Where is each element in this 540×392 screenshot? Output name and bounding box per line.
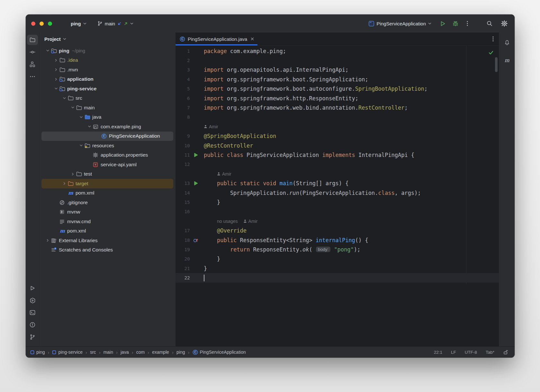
services-tool-button[interactable] <box>27 295 38 305</box>
chevron-right-icon[interactable] <box>52 68 59 71</box>
tree-row[interactable]: Scratches and Consoles <box>41 245 173 255</box>
project-tool-button[interactable] <box>27 35 38 45</box>
chevron-down-icon[interactable] <box>69 106 76 109</box>
more-actions-icon[interactable] <box>466 21 468 26</box>
chevron-down-icon[interactable] <box>44 49 51 52</box>
chevron-right-icon[interactable] <box>61 182 68 185</box>
zoom-button[interactable] <box>48 22 52 26</box>
run-line-icon[interactable] <box>190 181 201 186</box>
breadcrumb-item[interactable]: com <box>136 350 145 355</box>
run-configuration-widget[interactable]: PingServiceApplication <box>368 21 431 27</box>
run-line-icon[interactable] <box>190 153 201 157</box>
tree-row[interactable]: mvnw <box>41 207 173 217</box>
code-line[interactable]: 19 return ResponseEntity.ok( body: "pong… <box>176 245 499 254</box>
tree-row[interactable]: application <box>41 75 173 84</box>
terminal-tool-button[interactable] <box>27 307 38 318</box>
branch-widget[interactable]: main <box>97 21 134 26</box>
code-line[interactable]: 10@RestController <box>176 141 499 150</box>
code-editor[interactable]: 1package com.example.ping;23import org.o… <box>176 46 499 346</box>
code-line[interactable]: 1package com.example.ping; <box>176 46 499 56</box>
tree-row[interactable]: mvnw.cmd <box>41 217 173 226</box>
inlay-hint-row[interactable]: Amir <box>176 122 499 131</box>
tree-row[interactable]: main <box>41 103 173 113</box>
tree-row[interactable]: mpom.xml <box>41 188 173 198</box>
author-hint[interactable]: Amir <box>204 124 218 129</box>
tree-row[interactable]: .idea <box>41 56 173 65</box>
encoding-widget[interactable]: UTF-8 <box>465 350 477 355</box>
tree-row[interactable]: ping~/ping <box>41 46 173 56</box>
usages-hint[interactable]: no usages <box>217 219 238 224</box>
minimize-button[interactable] <box>40 22 44 26</box>
code-line[interactable]: 17 @Override <box>176 226 499 235</box>
commit-tool-button[interactable] <box>27 47 38 57</box>
author-hint[interactable]: Amir <box>217 171 231 177</box>
tree-row[interactable]: com.example.ping <box>41 122 173 132</box>
tree-row[interactable]: resources <box>41 141 173 150</box>
code-line[interactable]: 7import org.springframework.web.bind.ann… <box>176 103 499 112</box>
caret-position-widget[interactable]: 22:1 <box>434 350 442 355</box>
breadcrumb-item[interactable]: java <box>121 350 129 355</box>
close-button[interactable] <box>31 22 35 26</box>
code-line[interactable]: 12 <box>176 160 499 169</box>
maven-tool-button[interactable]: m <box>501 55 512 66</box>
editor-scrollbar[interactable] <box>495 57 498 72</box>
tree-row[interactable]: src <box>41 94 173 103</box>
chevron-down-icon[interactable] <box>61 96 68 100</box>
version-control-tool-button[interactable] <box>27 332 38 342</box>
breadcrumb-item[interactable]: ping <box>30 350 45 355</box>
code-line[interactable]: 18 public ResponseEntity<String> interna… <box>176 235 499 245</box>
debug-button[interactable] <box>452 20 459 27</box>
code-line[interactable]: 4import org.springframework.boot.SpringA… <box>176 75 499 84</box>
tree-row[interactable]: application.properties <box>41 150 173 160</box>
search-icon[interactable] <box>486 20 493 27</box>
code-line[interactable]: 2 <box>176 56 499 65</box>
problems-tool-button[interactable] <box>27 320 38 330</box>
structure-tool-button[interactable] <box>27 59 38 69</box>
breadcrumb-item[interactable]: ping-service <box>52 350 82 355</box>
tree-row[interactable]: mpom.xml <box>41 226 173 236</box>
editor-options-icon[interactable] <box>492 32 499 45</box>
code-line[interactable]: 5import org.springframework.boot.autocon… <box>176 84 499 94</box>
tree-row[interactable]: java <box>41 113 173 122</box>
editor-tab[interactable]: C PingServiceApplication.java <box>176 32 257 45</box>
inspections-check-icon[interactable] <box>488 50 494 55</box>
run-button[interactable] <box>440 21 446 27</box>
code-line[interactable]: 9@SpringBootApplication <box>176 132 499 141</box>
code-line[interactable]: 22 <box>176 273 499 282</box>
code-line[interactable]: 16 <box>176 207 499 216</box>
line-separator-widget[interactable]: LF <box>451 350 456 355</box>
run-tool-button[interactable] <box>27 283 38 293</box>
code-line[interactable]: 13 public static void main(String[] args… <box>176 178 499 188</box>
chevron-down-icon[interactable] <box>77 144 85 147</box>
chevron-right-icon[interactable] <box>52 59 59 62</box>
code-line[interactable]: 15 } <box>176 197 499 207</box>
notifications-button[interactable] <box>501 37 512 48</box>
inlay-hint-row[interactable]: Amir <box>176 169 499 178</box>
code-line[interactable]: 21} <box>176 264 499 273</box>
breadcrumb-item[interactable]: main <box>104 350 113 355</box>
chevron-down-icon[interactable] <box>52 87 59 90</box>
tree-row[interactable]: ping-service <box>41 84 173 94</box>
chevron-right-icon[interactable] <box>44 239 51 242</box>
chevron-down-icon[interactable] <box>86 125 93 128</box>
code-line[interactable]: 11public class PingServiceApplication im… <box>176 150 499 160</box>
lock-open-icon[interactable] <box>503 350 508 355</box>
tree-row[interactable]: .gitignore <box>41 198 173 207</box>
tree-row[interactable]: CPingServiceApplication <box>41 132 173 141</box>
tree-row[interactable]: .mvn <box>41 65 173 75</box>
code-line[interactable]: 3import org.openapitools.api.InternalPin… <box>176 65 499 75</box>
settings-gear-icon[interactable] <box>501 20 508 27</box>
author-hint[interactable]: Amir <box>243 219 258 224</box>
breadcrumb-item[interactable]: example <box>152 350 169 355</box>
chevron-right-icon[interactable] <box>69 172 76 176</box>
tree-row[interactable]: External Libraries <box>41 236 173 245</box>
more-tools-button[interactable] <box>27 71 38 82</box>
breadcrumb-item[interactable]: src <box>90 350 96 355</box>
inlay-hint-row[interactable]: no usagesAmir <box>176 216 499 226</box>
code-line[interactable]: 6import org.springframework.http.Respons… <box>176 94 499 103</box>
chevron-down-icon[interactable] <box>77 115 85 119</box>
chevron-right-icon[interactable] <box>52 77 59 81</box>
project-widget[interactable]: ping <box>71 21 86 26</box>
tree-row[interactable]: Yservice-api.yaml <box>41 160 173 169</box>
indent-widget[interactable]: Tab* <box>486 350 494 355</box>
